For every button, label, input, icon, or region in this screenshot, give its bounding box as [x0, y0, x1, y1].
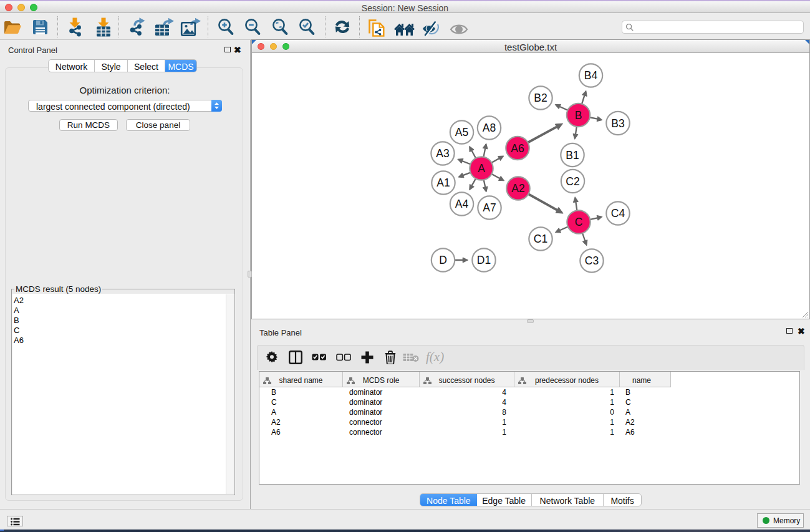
svg-text:B1: B1: [566, 149, 579, 162]
svg-text:A7: A7: [483, 201, 496, 214]
svg-text:D: D: [439, 254, 447, 266]
svg-text:A6: A6: [511, 142, 524, 155]
svg-text:B: B: [575, 109, 582, 122]
svg-text:A8: A8: [483, 122, 496, 134]
svg-text:B3: B3: [611, 117, 624, 130]
svg-text:A4: A4: [455, 198, 469, 210]
svg-text:C2: C2: [566, 175, 579, 188]
svg-text:A2: A2: [511, 182, 524, 195]
svg-text:A3: A3: [436, 147, 449, 160]
svg-text:B2: B2: [534, 92, 547, 104]
svg-text:C: C: [575, 216, 583, 228]
svg-text:C1: C1: [534, 233, 547, 245]
svg-text:C4: C4: [611, 207, 625, 220]
svg-text:D1: D1: [477, 254, 491, 266]
svg-text:A5: A5: [455, 126, 468, 138]
svg-text:A1: A1: [436, 177, 450, 189]
svg-text:B4: B4: [584, 69, 598, 82]
svg-text:A: A: [478, 162, 485, 175]
svg-text:C3: C3: [585, 254, 599, 267]
